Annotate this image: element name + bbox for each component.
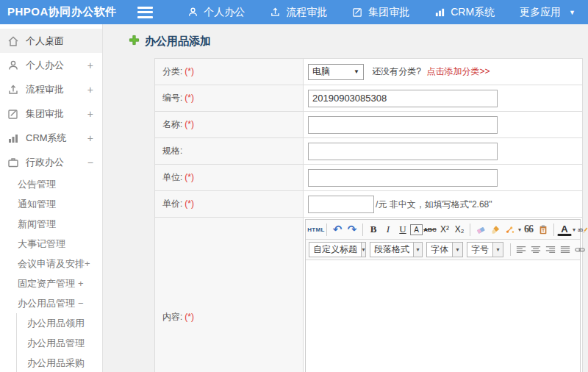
font-size-select[interactable]: 字号▾	[467, 242, 503, 257]
expand-toggle-icon[interactable]: +	[87, 84, 93, 96]
price-label: 单价:	[162, 198, 182, 209]
paragraph-format-select[interactable]: 段落格式▾	[370, 242, 423, 257]
sidebar-item-行政办公[interactable]: 行政办公−	[0, 150, 102, 174]
name-input[interactable]	[308, 116, 498, 134]
unit-input[interactable]	[308, 169, 498, 187]
sidebar-item-公告管理[interactable]: 公告管理	[0, 174, 102, 194]
flow-icon	[7, 84, 19, 96]
font-family-select[interactable]: 字体▾	[426, 242, 463, 257]
sidebar: 个人桌面个人办公+流程审批+集团审批+CRM系统+行政办公−公告管理通知管理新闻…	[0, 24, 103, 372]
clean-brush-icon[interactable]	[488, 222, 503, 237]
html-source-button[interactable]: HTML	[309, 222, 323, 237]
align-left-icon[interactable]	[514, 243, 528, 257]
topbar: PHPOA协同办公软件 个人办公流程审批集团审批CRM系统更多应用▼	[0, 0, 588, 24]
spec-label: 规格:	[162, 146, 182, 156]
required-mark: (*)	[184, 172, 194, 182]
expand-toggle-icon[interactable]: +	[87, 108, 93, 120]
page-title-row: 办公用品添加	[129, 35, 588, 49]
form-row-category: 分类:(*) 电脑 ▼ 还没有分类? 点击添加分类>>	[155, 59, 583, 85]
required-mark: (*)	[184, 66, 194, 76]
toolbar-separator	[553, 223, 554, 236]
topnav-item-流程审批[interactable]: 流程审批	[257, 0, 340, 24]
add-category-link[interactable]: 点击添加分类>>	[426, 66, 490, 76]
subscript-icon[interactable]: X₂	[452, 222, 467, 237]
custom-title-select[interactable]: 自定义标题▾	[309, 242, 366, 257]
sidebar-item-流程审批[interactable]: 流程审批+	[0, 77, 102, 101]
add-plus-icon	[129, 35, 140, 49]
main-content: 办公用品添加 分类:(*) 电脑 ▼ 还没有分类? 点击添加分类>> 编号:(*…	[103, 24, 588, 372]
hamburger-menu-icon[interactable]	[137, 7, 154, 18]
sidebar-item-固定资产管理[interactable]: 固定资产管理+	[0, 273, 102, 293]
page-title: 办公用品添加	[145, 35, 211, 49]
toolbar-separator	[470, 223, 470, 236]
select-caret-icon: ▾	[492, 243, 503, 257]
edit-icon	[7, 108, 19, 120]
spec-input[interactable]	[308, 143, 498, 160]
category-select[interactable]: 电脑 ▼	[308, 64, 364, 80]
blockquote-icon[interactable]: 66	[521, 222, 536, 237]
chevron-down-icon: ▼	[569, 9, 576, 16]
format-painter-icon[interactable]	[503, 222, 517, 237]
flow-icon	[270, 7, 281, 18]
undo-icon[interactable]: ↶	[330, 222, 345, 237]
bold-icon[interactable]: B	[366, 222, 381, 237]
required-mark: (*)	[184, 312, 194, 322]
sidebar-item-集团审批[interactable]: 集团审批+	[0, 101, 102, 126]
link-icon[interactable]	[573, 243, 587, 257]
expand-toggle-icon[interactable]: +	[78, 278, 84, 289]
superscript-icon[interactable]: X²	[437, 222, 452, 237]
strikethrough-icon[interactable]: ABC	[423, 222, 437, 237]
select-caret-icon: ▼	[354, 68, 359, 75]
editor-content-area[interactable]	[306, 260, 580, 372]
eraser-icon[interactable]	[473, 222, 488, 237]
sidebar-item-个人办公[interactable]: 个人办公+	[0, 53, 102, 77]
font-color-icon[interactable]: A	[557, 223, 572, 236]
toolbar-separator	[326, 223, 327, 236]
submenu-group: 办公用品领用办公用品管理办公用品采购	[16, 313, 102, 372]
sidebar-item-办公用品领用[interactable]: 办公用品领用	[17, 313, 102, 333]
required-mark: (*)	[184, 198, 194, 209]
sidebar-item-通知管理[interactable]: 通知管理	[0, 194, 102, 214]
code-input[interactable]	[308, 90, 498, 107]
form-row-code: 编号:(*)	[155, 85, 583, 112]
form-row-content: 内容:(*) HTML↶↷BIUAABCX²X₂▾66A▾ab▾ 自定义标题▾段…	[155, 218, 583, 372]
highlight-color-icon[interactable]: ab	[576, 222, 588, 237]
top-navigation: 个人办公流程审批集团审批CRM系统更多应用▼	[175, 0, 588, 24]
svg-text:ab: ab	[578, 226, 584, 232]
sidebar-item-新闻管理[interactable]: 新闻管理	[0, 214, 102, 234]
justify-icon[interactable]	[558, 243, 573, 257]
italic-icon[interactable]: I	[381, 222, 395, 237]
expand-toggle-icon[interactable]: +	[87, 132, 93, 144]
add-office-supply-form: 分类:(*) 电脑 ▼ 还没有分类? 点击添加分类>> 编号:(*) 名称:(*…	[154, 58, 583, 372]
sidebar-item-CRM系统[interactable]: CRM系统+	[0, 126, 102, 150]
sidebar-item-会议申请及安排[interactable]: 会议申请及安排+	[0, 254, 102, 273]
sidebar-item-大事记管理[interactable]: 大事记管理	[0, 234, 102, 254]
briefcase-icon	[7, 157, 19, 168]
category-label: 分类:	[162, 66, 182, 76]
remove-format-icon[interactable]: A	[410, 224, 423, 235]
rich-text-editor: HTML↶↷BIUAABCX²X₂▾66A▾ab▾ 自定义标题▾段落格式▾字体▾…	[305, 219, 581, 372]
content-label: 内容:	[162, 312, 182, 322]
sidebar-item-个人桌面[interactable]: 个人桌面	[0, 29, 102, 53]
expand-toggle-icon[interactable]: +	[85, 258, 90, 269]
expand-toggle-icon[interactable]: +	[87, 60, 93, 71]
align-right-icon[interactable]	[543, 243, 558, 257]
align-center-icon[interactable]	[528, 243, 543, 257]
topnav-item-CRM系统[interactable]: CRM系统	[422, 0, 507, 24]
topnav-item-更多应用[interactable]: 更多应用▼	[507, 0, 588, 24]
sidebar-item-办公用品采购[interactable]: 办公用品采购	[17, 353, 102, 372]
topnav-item-集团审批[interactable]: 集团审批	[340, 0, 422, 24]
sidebar-item-办公用品管理[interactable]: 办公用品管理	[17, 333, 102, 353]
name-label: 名称:	[162, 119, 182, 129]
price-input[interactable]	[308, 196, 374, 213]
user-icon	[7, 60, 19, 71]
expand-toggle-icon[interactable]: −	[87, 157, 93, 168]
underline-icon[interactable]: U	[395, 222, 410, 237]
app-logo: PHPOA协同办公软件	[0, 5, 127, 19]
redo-icon[interactable]: ↷	[345, 222, 359, 237]
sidebar-item-办公用品管理[interactable]: 办公用品管理−	[0, 293, 102, 313]
editor-toolbar-row1: HTML↶↷BIUAABCX²X₂▾66A▾ab▾	[306, 220, 580, 240]
expand-toggle-icon[interactable]: −	[78, 298, 84, 309]
paste-icon[interactable]	[536, 222, 551, 237]
topnav-item-个人办公[interactable]: 个人办公	[175, 0, 257, 24]
